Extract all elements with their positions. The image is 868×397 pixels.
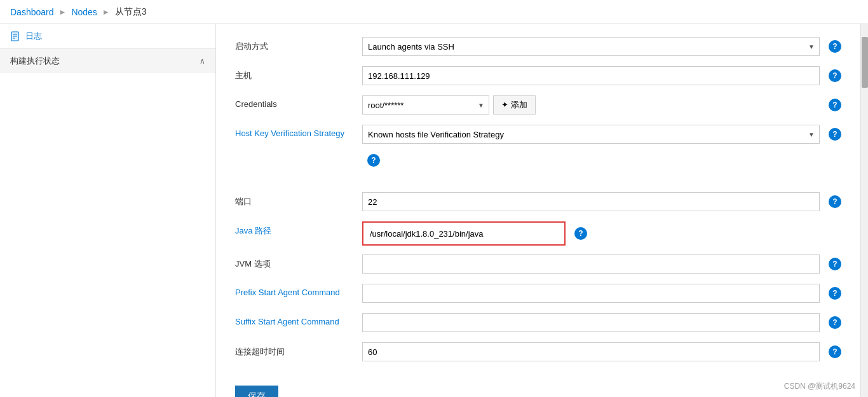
nav-sep-2: ►	[102, 8, 110, 17]
form-row-credentials: Credentials root/****** ▼ ✦ 添加 ?	[235, 95, 841, 116]
form-row-host-key: Host Key Verification Strategy Known hos…	[235, 125, 841, 145]
credentials-row: root/****** ▼ ✦ 添加	[362, 95, 820, 115]
host-help-icon[interactable]: ?	[829, 69, 841, 82]
credentials-control: root/****** ▼ ✦ 添加 ?	[362, 95, 841, 115]
host-control: ?	[362, 66, 841, 85]
scrollbar[interactable]	[860, 24, 868, 397]
content-panel: 启动方式 Launch agents via SSH Launch agent …	[216, 24, 860, 397]
host-key-label: Host Key Verification Strategy	[235, 125, 362, 138]
timeout-input[interactable]	[362, 342, 820, 361]
sidebar: 日志 构建执行状态 ∧	[0, 24, 216, 397]
prefix-start-label: Prefix Start Agent Command	[235, 284, 362, 297]
timeout-help-icon[interactable]: ?	[829, 345, 841, 358]
suffix-start-help-icon[interactable]: ?	[829, 316, 841, 329]
form-row-empty: ?	[235, 154, 841, 174]
java-path-label: Java 路径	[235, 221, 362, 237]
sidebar-log-label: 日志	[25, 31, 42, 42]
launch-method-select[interactable]: Launch agents via SSH Launch agent via J…	[362, 37, 820, 56]
prefix-start-control: ?	[362, 284, 841, 303]
empty-label	[235, 154, 362, 158]
suffix-start-label: Suffix Start Agent Command	[235, 313, 362, 326]
nav-current-page: 从节点3	[115, 6, 147, 18]
credentials-select[interactable]: root/******	[362, 95, 489, 115]
java-path-highlight-box	[362, 221, 566, 246]
launch-method-label: 启动方式	[235, 37, 362, 52]
launch-method-select-wrapper: Launch agents via SSH Launch agent via J…	[362, 37, 820, 56]
sidebar-section-build: 构建执行状态 ∧	[0, 48, 215, 73]
form-row-timeout: 连接超时时间 ?	[235, 342, 841, 363]
host-key-select[interactable]: Known hosts file Verification Strategy M…	[362, 125, 820, 144]
save-button[interactable]: 保存	[235, 386, 278, 397]
port-control: ?	[362, 192, 841, 211]
chevron-icon: ∧	[200, 57, 205, 66]
java-path-input[interactable]	[365, 224, 563, 243]
suffix-start-control: ?	[362, 313, 841, 332]
form-row-launch-method: 启动方式 Launch agents via SSH Launch agent …	[235, 37, 841, 57]
host-input[interactable]	[362, 66, 820, 85]
jvm-options-label: JVM 选项	[235, 254, 362, 270]
port-label: 端口	[235, 192, 362, 207]
host-key-select-wrapper: Known hosts file Verification Strategy M…	[362, 125, 820, 144]
sidebar-section-header[interactable]: 构建执行状态 ∧	[0, 49, 215, 73]
prefix-start-input[interactable]	[362, 284, 820, 303]
credentials-help-icon[interactable]: ?	[829, 99, 841, 111]
launch-method-control: Launch agents via SSH Launch agent via J…	[362, 37, 841, 56]
prefix-start-help-icon[interactable]: ?	[829, 287, 841, 300]
jvm-options-control: ?	[362, 254, 841, 274]
jvm-options-input[interactable]	[362, 254, 820, 274]
nav-nodes[interactable]: Nodes	[71, 7, 97, 17]
log-icon	[10, 31, 20, 41]
form-row-suffix-start: Suffix Start Agent Command ?	[235, 313, 841, 333]
empty-control: ?	[362, 154, 841, 167]
form-row-java-path: Java 路径 ?	[235, 221, 841, 246]
credentials-select-wrapper: root/****** ▼	[362, 95, 489, 115]
java-path-help-icon[interactable]: ?	[574, 227, 587, 240]
nav-sep-1: ►	[59, 8, 67, 17]
timeout-control: ?	[362, 342, 841, 361]
launch-method-help-icon[interactable]: ?	[829, 40, 841, 53]
timeout-label: 连接超时时间	[235, 342, 362, 358]
watermark: CSDN @测试机9624	[784, 381, 855, 392]
add-credentials-button[interactable]: ✦ 添加	[493, 95, 536, 115]
empty-help-icon[interactable]: ?	[367, 154, 380, 167]
form-row-host: 主机 ?	[235, 66, 841, 87]
host-label: 主机	[235, 66, 362, 81]
suffix-start-input[interactable]	[362, 313, 820, 332]
form-row-port: 端口 ?	[235, 192, 841, 212]
sidebar-section-label: 构建执行状态	[10, 55, 60, 67]
sidebar-item-log[interactable]: 日志	[0, 24, 215, 48]
port-help-icon[interactable]: ?	[829, 195, 841, 208]
credentials-label: Credentials	[235, 95, 362, 109]
scrollbar-thumb[interactable]	[862, 37, 868, 88]
port-input[interactable]	[362, 192, 820, 211]
jvm-options-help-icon[interactable]: ?	[829, 258, 841, 270]
java-path-control: ?	[362, 221, 841, 246]
form-row-jvm-options: JVM 选项 ?	[235, 254, 841, 275]
breadcrumb: Dashboard ► Nodes ► 从节点3	[0, 0, 868, 24]
nav-dashboard[interactable]: Dashboard	[10, 7, 54, 17]
host-key-help-icon[interactable]: ?	[829, 128, 841, 141]
form-row-prefix-start: Prefix Start Agent Command ?	[235, 284, 841, 304]
host-key-control: Known hosts file Verification Strategy M…	[362, 125, 841, 144]
